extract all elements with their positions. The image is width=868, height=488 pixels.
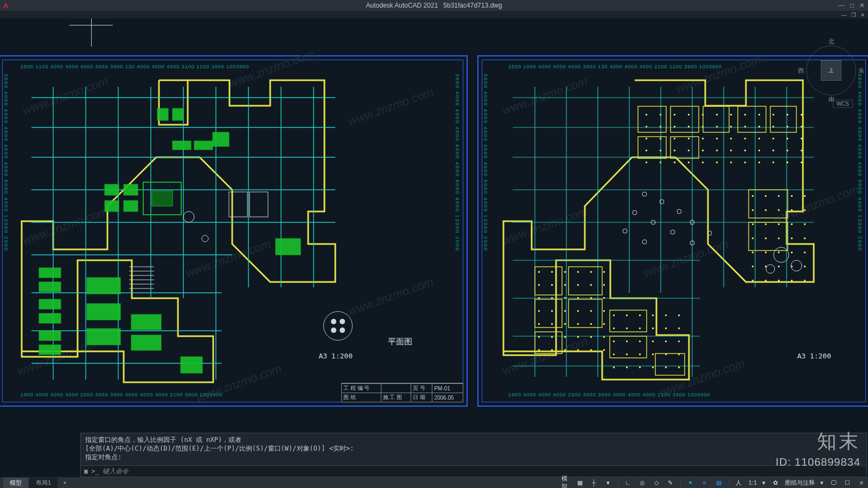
svg-rect-223 — [671, 137, 699, 158]
chevron-down-icon[interactable]: ▾ — [820, 479, 824, 486]
snap-icon[interactable]: ┼ — [590, 478, 598, 487]
tab-layout1[interactable]: 布局1 — [29, 478, 58, 488]
svg-rect-219 — [703, 106, 729, 132]
svg-rect-87 — [744, 162, 746, 163]
svg-rect-197 — [665, 367, 667, 368]
svg-rect-135 — [564, 284, 566, 286]
svg-rect-210 — [535, 267, 562, 295]
svg-rect-107 — [752, 237, 754, 239]
polar-icon[interactable]: ◎ — [638, 478, 647, 487]
svg-rect-35 — [688, 114, 690, 115]
svg-rect-133 — [538, 284, 540, 286]
ortho-icon[interactable]: ∟ — [624, 478, 633, 487]
doc-minimize-icon[interactable]: — — [841, 12, 847, 18]
svg-rect-217 — [638, 106, 666, 132]
ceiling-plan-right — [499, 76, 830, 385]
compass-icon[interactable]: ✦ — [686, 478, 695, 487]
svg-rect-2 — [39, 299, 61, 309]
box-icon[interactable]: ☐ — [843, 478, 852, 487]
svg-rect-86 — [730, 162, 732, 163]
svg-rect-170 — [626, 314, 628, 316]
svg-rect-38 — [730, 114, 732, 115]
maximize-icon[interactable]: □ — [850, 2, 854, 9]
doc-close-icon[interactable]: ✕ — [860, 12, 865, 18]
svg-rect-61 — [716, 138, 718, 139]
svg-rect-60 — [702, 138, 704, 139]
svg-point-204 — [671, 230, 675, 234]
pen-icon[interactable]: ✎ — [666, 478, 675, 487]
svg-rect-224 — [749, 190, 788, 218]
dimension-col-right: 3600 4000 4000 4000 4000 4000 8000 4000 … — [857, 74, 863, 252]
osnap-icon[interactable]: ◇ — [652, 478, 661, 487]
svg-rect-98 — [765, 209, 767, 211]
tab-model[interactable]: 模型 — [3, 478, 28, 488]
svg-rect-218 — [671, 106, 699, 132]
svg-rect-190 — [652, 354, 654, 355]
svg-rect-132 — [603, 271, 605, 273]
svg-rect-33 — [660, 114, 661, 115]
svg-rect-108 — [765, 237, 767, 239]
dimension-row-top: 2500 1100 4000 4000 4000 4000 3900 130 4… — [21, 64, 249, 69]
svg-rect-12 — [173, 108, 183, 120]
svg-rect-216 — [610, 336, 647, 358]
svg-rect-11 — [157, 108, 168, 120]
svg-rect-109 — [778, 237, 780, 239]
svg-rect-182 — [626, 341, 628, 342]
viewcube-north[interactable]: 北 — [828, 37, 834, 46]
lineweight-icon[interactable]: ≡ — [700, 478, 709, 487]
svg-rect-137 — [590, 284, 592, 286]
command-window[interactable]: 指定窗口的角点，输入比例因子 (nX 或 nXP)，或者 [全部(A)/中心(C… — [80, 433, 867, 477]
status-model-button[interactable]: 模型 — [561, 478, 570, 487]
drawing-canvas[interactable]: 北 南 西 东 上 WCS www.znzmo.com www.znzmo.co… — [0, 18, 868, 422]
svg-rect-62 — [730, 138, 732, 139]
doc-restore-icon[interactable]: ❐ — [851, 12, 856, 18]
svg-rect-96 — [804, 195, 806, 197]
svg-rect-97 — [752, 209, 754, 211]
svg-rect-85 — [716, 162, 718, 163]
svg-rect-140 — [551, 297, 553, 299]
workspace-label[interactable]: 图纸与注释 — [785, 479, 815, 487]
command-history: 指定窗口的角点，输入比例因子 (nX 或 nXP)，或者 [全部(A)/中心(C… — [81, 433, 866, 464]
svg-rect-172 — [652, 314, 654, 316]
svg-rect-100 — [791, 209, 793, 211]
svg-rect-173 — [665, 314, 667, 316]
svg-rect-169 — [613, 314, 615, 316]
svg-rect-146 — [551, 310, 553, 312]
svg-rect-153 — [564, 323, 566, 325]
svg-rect-113 — [765, 252, 767, 253]
svg-rect-147 — [564, 310, 566, 312]
tab-add-button[interactable]: + — [59, 478, 71, 487]
svg-rect-226 — [655, 354, 685, 375]
svg-rect-37 — [716, 114, 718, 115]
svg-rect-116 — [804, 252, 806, 253]
svg-rect-220 — [738, 106, 766, 132]
svg-rect-56 — [646, 138, 647, 139]
svg-rect-178 — [652, 328, 654, 329]
人-icon[interactable]: 人 — [735, 478, 743, 487]
chevron-down-icon[interactable]: ▾ — [762, 479, 765, 486]
monitor-icon[interactable]: 🖵 — [829, 478, 838, 487]
svg-rect-179 — [665, 328, 667, 329]
minimize-icon[interactable]: — — [838, 2, 845, 9]
anno-scale[interactable]: 1:1 — [749, 479, 757, 486]
svg-rect-102 — [752, 223, 754, 225]
transparency-icon[interactable]: ▤ — [714, 478, 723, 487]
svg-point-30 — [331, 328, 336, 333]
svg-point-205 — [623, 229, 627, 233]
gear-icon[interactable]: ✿ — [771, 478, 780, 487]
svg-rect-80 — [646, 162, 647, 163]
command-chevron-icon: ▣ — [84, 467, 88, 475]
svg-rect-176 — [626, 328, 628, 329]
grid-icon[interactable]: ▦ — [576, 478, 584, 487]
chevron-down-icon[interactable]: ▾ — [604, 478, 612, 487]
svg-rect-154 — [577, 323, 579, 325]
svg-rect-110 — [791, 237, 793, 239]
svg-rect-104 — [778, 223, 780, 225]
menu-icon[interactable]: ≡ — [857, 478, 866, 487]
svg-rect-106 — [804, 223, 806, 225]
svg-rect-122 — [752, 280, 754, 281]
svg-rect-92 — [752, 195, 754, 197]
close-icon[interactable]: ✕ — [859, 2, 865, 9]
svg-rect-123 — [765, 280, 767, 281]
command-input[interactable]: ▣ >_ 键入命令 — [81, 465, 866, 477]
